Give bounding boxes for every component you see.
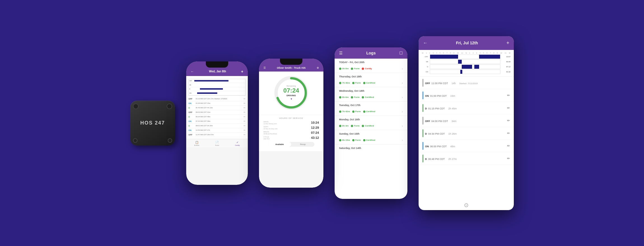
log-item-3: D 0h 45 AM CDT 4h 13m ✏	[188, 106, 246, 110]
log-type-d1: D	[425, 107, 427, 110]
log-row-oct19[interactable]: 7h 46m Form Certified ›	[335, 79, 407, 87]
hos-row-break: BREAK 30 Minute Rest Break 07:24	[263, 131, 319, 135]
tablet-logs-body: TODAY - Fri, Oct 20th 0h 0m Form Certify	[335, 59, 407, 199]
log-item-9: OFF 11:47 AM CDT 20h 57m ✏	[188, 133, 246, 137]
hos-device: HOS 247	[130, 101, 175, 146]
edit-icon-d1[interactable]: ✏	[507, 106, 510, 110]
phone-2-circle-area: Remaining 07:24 DRIVING ▾	[259, 72, 323, 115]
form-badge-oct18: Form	[351, 96, 360, 98]
time-badge-oct17: 7h 42m	[339, 110, 350, 113]
tablet-detail: ← Fri, Jul 12th + M12 345 678 91011 N12 …	[419, 36, 514, 210]
log-dur-d2: 1h 26m	[448, 132, 457, 135]
log-type-off-start: OFF	[425, 82, 430, 85]
chart-grid: OFF SB D ON	[189, 79, 245, 95]
log-item-5: D 06:34 AM CDT 48m ✏	[188, 115, 246, 119]
status-bar-d3	[423, 155, 423, 162]
chart-bar-off	[194, 80, 228, 82]
log-type-d3: D	[425, 158, 427, 160]
hos-row-shift: SHIFT 14-Hour On Duty Limit 12:29	[263, 126, 319, 130]
tablet-detail-plus-icon[interactable]: +	[506, 40, 509, 46]
driving-circle: Remaining 07:24 DRIVING ▾	[274, 76, 308, 110]
edit-icon-on2[interactable]: ✏	[507, 144, 510, 148]
phone-1-bottom-nav: 📋 Events 📄 Form ✓ Certify	[186, 139, 248, 147]
time-badge-oct18: 8h 6m	[339, 96, 349, 98]
day-header-today: TODAY - Fri, Oct 20th	[335, 59, 407, 65]
log-row-oct18[interactable]: 8h 6m Form Certified ›	[335, 93, 407, 102]
log-row-oct15[interactable]: 8h 15m Form Certified ›	[335, 136, 407, 144]
log-time-d2: 04:34 PM CDT	[428, 132, 445, 135]
log-row-off-4pm: OFF 04:00 PM CDT 34m ✏	[419, 114, 514, 127]
tablet-detail-log-list: OFF 11:00 PM CDT 14h Started: 7/11/2019 …	[419, 77, 514, 200]
log-duration-off-start: 14h	[451, 82, 456, 85]
chevron-oct20: ›	[402, 67, 403, 71]
log-type-off2: OFF	[425, 120, 430, 123]
phone-1-plus-icon[interactable]: +	[241, 69, 243, 74]
status-bar-on	[423, 91, 423, 99]
log-item-7: D 08:01 AM CDT 3h 20m ✏	[188, 124, 246, 128]
chart-time-labels: M12 345 678 91011 N12 345 678 91011 M	[422, 52, 510, 54]
corner-bl-screw	[133, 138, 137, 143]
chart-row-d: D 07.12	[422, 65, 510, 69]
bar-area-on	[430, 70, 500, 74]
nav-certify[interactable]: ✓ Certify	[235, 141, 240, 146]
log-badges-oct20: 0h 0m Form Certify	[339, 67, 402, 70]
chart-row-d: D	[189, 87, 245, 91]
tablet-logs-list-icon[interactable]: ☐	[399, 51, 403, 55]
log-started-row: OFF 11:00 PM CDT 14h Started: 7/11/2019	[419, 77, 514, 89]
log-item-2: ON 01:30 AM CDT 15m ✏	[188, 101, 246, 106]
tab-recap[interactable]: Recap	[291, 142, 314, 147]
phone-1-screen: ← Wed, Jan 8th + OFF SB	[186, 61, 248, 185]
phone-2-settings-icon[interactable]: ⚙	[317, 66, 319, 69]
hos-row-drive: DRIVE 11-Hour Driving Limit 10:24	[263, 121, 319, 125]
detail-chart-grid: OFF 13.57 SB 02.00	[422, 54, 510, 74]
nav-events[interactable]: 📋 Events	[194, 141, 199, 146]
log-dur-on: 15m	[450, 95, 455, 97]
log-row-oct20[interactable]: 0h 0m Form Certify ›	[335, 65, 407, 73]
hos-section-title: HOURS OF SERVICE	[263, 117, 319, 119]
tablet-logs-menu-icon[interactable]: ☰	[339, 51, 343, 55]
log-row-oct17[interactable]: 7h 42m Form Certified ›	[335, 108, 407, 116]
chart-row-sb: SB 02.00	[422, 59, 510, 64]
log-dur-d1: 2h 45m	[448, 107, 457, 110]
phone-2: ☰ Oliver Smith - Truck #25 ⚙ Remaining 0…	[259, 59, 323, 188]
phone-1-notch	[206, 61, 228, 68]
phone-2-menu-icon[interactable]: ☰	[263, 66, 266, 69]
chart-row-off: OFF 13.57	[422, 54, 510, 59]
log-row-on-6pm: ON 06:00 PM CDT 48m ✏	[419, 140, 514, 152]
bar-area-off	[430, 54, 500, 59]
log-item-4: OFF 06:03 AM CDT 31m ✏	[188, 110, 246, 115]
tablet-detail-chart: M12 345 678 91011 N12 345 678 91011 M OF…	[419, 50, 514, 77]
hos-row-cycle: CYCLE USA 70-8 43:12	[263, 136, 319, 140]
tab-available[interactable]: Available	[268, 142, 291, 147]
log-type-on2: ON	[425, 145, 429, 148]
edit-icon-off2[interactable]: ✏	[507, 119, 510, 123]
phone-1: ← Wed, Jan 8th + OFF SB	[186, 61, 248, 185]
log-time-d1: 01:15 PM CDT	[428, 107, 445, 110]
status-bar-d1	[423, 104, 423, 112]
log-row-oct16[interactable]: 8h 4m Form Certified ›	[335, 122, 407, 130]
main-scene: HOS 247 ← Wed, Jan 8th + OFF	[0, 0, 644, 246]
edit-icon-d3[interactable]: ✏	[507, 157, 510, 160]
phone-1-chart: OFF SB D ON	[188, 79, 246, 96]
nav-form[interactable]: 📄 Form	[215, 141, 219, 146]
day-header-oct19: Thursday, Oct 19th	[335, 73, 407, 79]
phone-2-driver-name: Oliver Smith - Truck #25	[277, 66, 306, 69]
phone-2-notch	[280, 59, 302, 65]
tablet-logs-title: Logs	[366, 51, 375, 55]
chart-row-off: OFF	[189, 79, 245, 83]
phone-1-back-icon[interactable]: ←	[191, 70, 194, 73]
tablet-logs: ☰ Logs ☐ TODAY - Fri, Oct 20th 0h 0m For…	[335, 47, 407, 199]
tablet-detail-back-icon[interactable]: ←	[423, 40, 428, 45]
phone-1-date: Wed, Jan 8th	[209, 70, 226, 73]
day-header-oct15: Sunday, Oct 15th	[335, 130, 407, 136]
certified-badge-oct15: Certified	[363, 139, 375, 141]
log-row-d-434pm: D 04:34 PM CDT 1h 26m ✏	[419, 127, 514, 140]
bar-area-d	[430, 65, 500, 69]
log-item-1: OFF 01:13 AM CDT 22h 17m Started: 1/7/20…	[188, 97, 246, 101]
log-time-off2: 04:00 PM CDT	[431, 120, 448, 123]
time-badge-oct19: 7h 46m	[339, 82, 350, 84]
edit-icon-on[interactable]: ✏	[507, 93, 510, 97]
form-badge-oct15: Form	[352, 139, 361, 141]
edit-icon-d2[interactable]: ✏	[507, 131, 510, 135]
log-time-off-start: 11:00 PM CDT	[431, 82, 448, 85]
